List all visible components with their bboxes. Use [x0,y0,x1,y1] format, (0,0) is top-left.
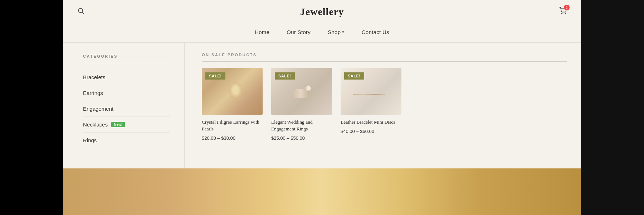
cart-button[interactable]: 2 [559,7,567,16]
sidebar-item-earrings[interactable]: Earrings [83,85,170,101]
svg-point-3 [565,13,566,14]
product-price-3: $40.00 – $60.00 [341,129,401,134]
sidebar-item-bracelets[interactable]: Bracelets [83,70,170,85]
header-right: 2 [559,7,567,16]
sidebar-item-rings[interactable]: Rings [83,133,170,148]
product-name-3: Leather Bracelet Mini Discs [341,119,401,126]
categories-title: CATEGORIES [83,54,170,63]
svg-point-2 [561,13,562,14]
brand-logo-center: Jewellery [300,6,344,18]
on-sale-title: ON SALE PRODUCTS [202,53,567,62]
product-card-1[interactable]: SALE! Crystal Filigree Earrings with Pea… [202,68,263,141]
bottom-banner [63,168,581,215]
left-black-bar [0,0,63,215]
products-grid: SALE! Crystal Filigree Earrings with Pea… [202,68,567,141]
nav-our-story[interactable]: Our Story [287,29,311,35]
main-content: Jewellery 2 Home [63,0,581,215]
cart-badge: 2 [564,5,570,10]
sidebar-item-engagement[interactable]: Engagement [83,101,170,117]
svg-line-1 [82,12,84,14]
product-image-3: SALE! [341,68,401,115]
sale-badge-2: SALE! [275,72,295,80]
brand-title: Jewellery [300,6,344,17]
sale-badge-1: SALE! [205,72,225,80]
shop-chevron-icon: ▾ [342,30,344,34]
product-name-2: Elegant Wedding and Engagement Rings [271,119,332,133]
product-card-3[interactable]: SALE! Leather Bracelet Mini Discs $40.00… [341,68,401,141]
product-image-2: SALE! [271,68,332,115]
nav-contact[interactable]: Contact Us [362,29,389,35]
header: Jewellery 2 [63,0,581,23]
sidebar-item-necklaces[interactable]: Necklaces New! [83,117,170,133]
body-area: CATEGORIES Bracelets Earrings Engagement… [63,43,581,168]
product-name-1: Crystal Filigree Earrings with Pearls [202,119,263,133]
product-price-2: $25.00 – $50.00 [271,135,332,141]
new-badge: New! [111,122,125,127]
sale-badge-3: SALE! [344,72,364,80]
sidebar: CATEGORIES Bracelets Earrings Engagement… [63,43,185,168]
navigation: Home Our Story Shop ▾ Contact Us [63,23,581,43]
search-button[interactable] [77,7,84,16]
header-left [77,7,106,16]
nav-shop[interactable]: Shop ▾ [328,29,345,35]
product-image-1: SALE! [202,68,263,115]
right-black-bar [581,0,644,215]
product-card-2[interactable]: SALE! Elegant Wedding and Engagement Rin… [271,68,332,141]
product-price-1: $20.00 – $30.00 [202,135,263,141]
nav-home[interactable]: Home [255,29,269,35]
products-area: ON SALE PRODUCTS SALE! Crystal Filigree … [185,43,581,168]
